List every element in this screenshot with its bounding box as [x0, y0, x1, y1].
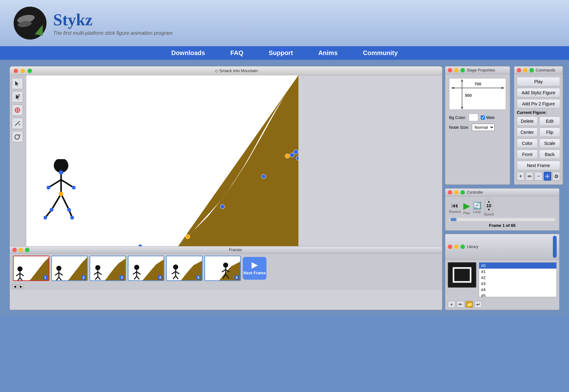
speed-value: 10 — [486, 203, 491, 208]
bg-color-label: Bg Color: — [449, 115, 466, 120]
node-size-row: Node Size: Normal Small Large — [449, 124, 506, 131]
frame-4[interactable]: 4 — [128, 256, 164, 281]
center-flip-row: Center Flip — [517, 128, 560, 137]
library-delete-btn[interactable]: ↩ — [474, 301, 482, 308]
add-piv2-button[interactable]: Add Piv 2 Figure — [517, 99, 560, 109]
library-item-0[interactable]: #0 — [479, 263, 556, 269]
svg-marker-82 — [252, 262, 258, 269]
svg-point-55 — [95, 265, 100, 270]
frames-scroll-left[interactable]: ◀ — [12, 284, 17, 289]
play-button[interactable]: Play — [517, 77, 560, 86]
plus-icon-btn[interactable]: + — [517, 172, 524, 181]
frame-4-num: 4 — [158, 275, 162, 280]
library-add-btn[interactable]: + — [448, 301, 455, 308]
commands-title: Commands — [536, 68, 555, 72]
stage-content: 700 500 Bg Color: Web — [445, 74, 510, 135]
close-button[interactable] — [14, 69, 18, 73]
app-header: Stykz The first multi-platform stick fig… — [0, 0, 569, 46]
delete-button[interactable]: Delete — [517, 116, 538, 126]
gear-icon-btn[interactable]: ⚙ — [553, 172, 560, 181]
library-item-1[interactable]: #1 — [479, 269, 556, 275]
nav-faq[interactable]: FAQ — [230, 49, 243, 57]
rotate-tool[interactable] — [12, 104, 23, 116]
frames-maximize[interactable] — [25, 248, 29, 252]
library-item-2[interactable]: #2 — [479, 275, 556, 281]
pencil-icon-btn[interactable]: ✏ — [526, 172, 533, 181]
bg-color-swatch[interactable] — [469, 114, 478, 121]
flip-button[interactable]: Flip — [539, 128, 560, 137]
svg-marker-85 — [502, 87, 505, 89]
library-item-3[interactable]: #3 — [479, 281, 556, 287]
back-button[interactable]: Back — [539, 150, 560, 159]
frames-scroll-right[interactable]: ▶ — [19, 284, 24, 289]
svg-point-38 — [70, 216, 74, 220]
pivot-tool[interactable] — [12, 91, 23, 103]
library-edit-btn[interactable]: ✏ — [457, 301, 464, 308]
minimize-button[interactable] — [21, 69, 25, 73]
node-size-select[interactable]: Normal Small Large — [472, 124, 495, 131]
dimension-diagram: 700 500 — [449, 78, 506, 110]
frames-close[interactable] — [12, 248, 17, 252]
maximize-button[interactable] — [28, 69, 32, 73]
controller-close[interactable] — [448, 190, 452, 195]
stage-maximize[interactable] — [460, 68, 465, 72]
speed-down-btn[interactable]: ▼ — [487, 208, 491, 211]
frame-6[interactable]: 6 — [204, 256, 241, 281]
library-close[interactable] — [448, 245, 452, 249]
play-button[interactable]: ▶ — [463, 201, 470, 211]
play-label: Play — [463, 211, 470, 215]
svg-line-25 — [48, 180, 61, 188]
frame-5[interactable]: 5 — [166, 256, 203, 281]
progress-thumb[interactable] — [450, 218, 457, 221]
controller-title: Controller — [467, 190, 483, 195]
scale-button[interactable]: Scale — [539, 139, 560, 148]
minus-icon-btn[interactable]: − — [535, 172, 542, 181]
nav-anims[interactable]: Anims — [318, 49, 338, 57]
commands-minimize[interactable] — [523, 68, 528, 72]
move-icon-btn[interactable]: ✛ — [544, 172, 551, 181]
add-bone-tool[interactable]: + — [12, 118, 23, 129]
frame-3[interactable]: 3 — [90, 256, 126, 281]
nav-community[interactable]: Community — [363, 49, 398, 57]
add-circle-tool[interactable]: + — [12, 131, 23, 142]
color-button[interactable]: Color — [517, 139, 538, 148]
add-stykz-button[interactable]: Add Stykz Figure — [517, 88, 560, 97]
front-back-row: Front Back — [517, 150, 560, 159]
controller-maximize[interactable] — [460, 190, 465, 195]
next-frame-button[interactable]: Next Frame — [243, 257, 266, 280]
edit-button[interactable]: Edit — [539, 116, 560, 126]
controller-panel: Controller ⏮ Rewind ▶ Play 🔄 Loop — [445, 188, 560, 231]
stage-close[interactable] — [448, 68, 452, 72]
loop-button[interactable]: 🔄 — [473, 202, 481, 210]
main-content: ◇ Smack into Mountain — [0, 60, 569, 316]
playback-progress[interactable] — [449, 218, 555, 221]
frame-1[interactable]: 1 — [13, 256, 49, 281]
library-folder-btn[interactable]: 📁 — [466, 301, 473, 308]
playback-buttons: ⏮ Rewind ▶ Play 🔄 Loop ▲ 10 — [449, 199, 555, 216]
nav-downloads[interactable]: Downloads — [171, 49, 205, 57]
rewind-button[interactable]: ⏮ — [451, 202, 458, 210]
web-checkbox[interactable] — [481, 115, 485, 120]
speed-up-btn[interactable]: ▲ — [487, 200, 491, 203]
library-scrollbar[interactable] — [553, 236, 557, 258]
frames-minimize[interactable] — [19, 248, 23, 252]
stage-minimize[interactable] — [454, 68, 459, 72]
select-tool[interactable] — [12, 78, 23, 89]
library-maximize[interactable] — [460, 245, 465, 249]
frames-bottom: ◀ ▶ — [10, 283, 442, 290]
frames-title: Frames — [31, 248, 440, 252]
center-button[interactable]: Center — [517, 128, 538, 137]
library-minimize[interactable] — [454, 245, 459, 249]
commands-maximize[interactable] — [529, 68, 534, 72]
commands-close[interactable] — [517, 68, 521, 72]
library-list[interactable]: #0 #1 #2 #3 #4 #5 — [479, 262, 557, 297]
library-item-5[interactable]: #5 — [479, 293, 556, 297]
web-checkbox-label[interactable]: Web — [481, 115, 495, 120]
front-button[interactable]: Front — [517, 150, 538, 159]
nav-support[interactable]: Support — [269, 49, 293, 57]
controller-minimize[interactable] — [454, 190, 459, 195]
next-frame-cmd-button[interactable]: Next Frame — [517, 161, 560, 170]
stick-figure — [44, 159, 85, 226]
frame-2[interactable]: 2 — [51, 256, 88, 281]
library-item-4[interactable]: #4 — [479, 287, 556, 293]
